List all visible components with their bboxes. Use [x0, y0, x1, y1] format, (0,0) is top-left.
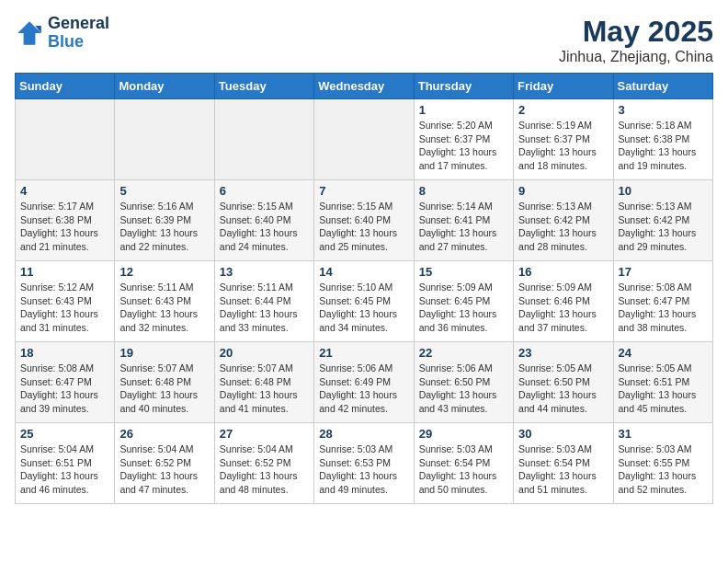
day-number: 23	[518, 346, 608, 360]
day-cell	[314, 99, 414, 180]
day-number: 13	[220, 265, 309, 279]
day-info: Sunrise: 5:06 AM Sunset: 6:50 PM Dayligh…	[419, 362, 508, 416]
weekday-header-tuesday: Tuesday	[214, 74, 313, 99]
day-number: 15	[419, 265, 508, 279]
day-cell: 22Sunrise: 5:06 AM Sunset: 6:50 PM Dayli…	[414, 342, 513, 423]
weekday-header-sunday: Sunday	[16, 74, 115, 99]
day-cell: 11Sunrise: 5:12 AM Sunset: 6:43 PM Dayli…	[16, 261, 115, 342]
week-row-3: 11Sunrise: 5:12 AM Sunset: 6:43 PM Dayli…	[16, 261, 713, 342]
day-cell: 15Sunrise: 5:09 AM Sunset: 6:45 PM Dayli…	[414, 261, 513, 342]
day-cell	[115, 99, 214, 180]
day-info: Sunrise: 5:11 AM Sunset: 6:44 PM Dayligh…	[220, 281, 309, 335]
day-cell: 19Sunrise: 5:07 AM Sunset: 6:48 PM Dayli…	[115, 342, 214, 423]
weekday-header-thursday: Thursday	[414, 74, 513, 99]
day-cell: 31Sunrise: 5:03 AM Sunset: 6:55 PM Dayli…	[613, 423, 712, 504]
day-number: 7	[319, 184, 408, 198]
day-number: 6	[220, 184, 309, 198]
day-cell: 21Sunrise: 5:06 AM Sunset: 6:49 PM Dayli…	[314, 342, 414, 423]
day-number: 27	[220, 427, 309, 441]
day-number: 10	[619, 184, 708, 198]
day-number: 25	[20, 427, 109, 441]
day-number: 24	[619, 346, 708, 360]
week-row-4: 18Sunrise: 5:08 AM Sunset: 6:47 PM Dayli…	[16, 342, 713, 423]
day-info: Sunrise: 5:08 AM Sunset: 6:47 PM Dayligh…	[20, 362, 109, 416]
day-info: Sunrise: 5:08 AM Sunset: 6:47 PM Dayligh…	[619, 281, 708, 335]
day-cell: 24Sunrise: 5:05 AM Sunset: 6:51 PM Dayli…	[613, 342, 712, 423]
day-number: 31	[619, 427, 708, 441]
day-number: 30	[518, 427, 608, 441]
day-cell: 6Sunrise: 5:15 AM Sunset: 6:40 PM Daylig…	[214, 180, 313, 261]
day-info: Sunrise: 5:06 AM Sunset: 6:49 PM Dayligh…	[319, 362, 408, 416]
day-cell: 4Sunrise: 5:17 AM Sunset: 6:38 PM Daylig…	[16, 180, 115, 261]
day-info: Sunrise: 5:04 AM Sunset: 6:51 PM Dayligh…	[20, 442, 109, 497]
week-row-2: 4Sunrise: 5:17 AM Sunset: 6:38 PM Daylig…	[16, 180, 713, 261]
day-info: Sunrise: 5:17 AM Sunset: 6:38 PM Dayligh…	[20, 200, 109, 254]
day-number: 22	[419, 346, 508, 360]
day-cell	[214, 99, 313, 180]
day-cell: 10Sunrise: 5:13 AM Sunset: 6:42 PM Dayli…	[613, 180, 712, 261]
day-number: 5	[119, 184, 209, 198]
logo-blue: Blue	[48, 32, 84, 51]
day-cell: 28Sunrise: 5:03 AM Sunset: 6:53 PM Dayli…	[314, 423, 414, 504]
day-cell: 9Sunrise: 5:13 AM Sunset: 6:42 PM Daylig…	[514, 180, 613, 261]
day-cell: 30Sunrise: 5:03 AM Sunset: 6:54 PM Dayli…	[514, 423, 613, 504]
day-cell: 3Sunrise: 5:18 AM Sunset: 6:38 PM Daylig…	[613, 99, 712, 180]
day-cell: 26Sunrise: 5:04 AM Sunset: 6:52 PM Dayli…	[115, 423, 214, 504]
day-cell: 16Sunrise: 5:09 AM Sunset: 6:46 PM Dayli…	[514, 261, 613, 342]
day-info: Sunrise: 5:18 AM Sunset: 6:38 PM Dayligh…	[619, 119, 708, 173]
day-number: 14	[319, 265, 408, 279]
weekday-header-row: SundayMondayTuesdayWednesdayThursdayFrid…	[16, 74, 713, 99]
location: Jinhua, Zhejiang, China	[559, 49, 713, 65]
day-cell: 18Sunrise: 5:08 AM Sunset: 6:47 PM Dayli…	[16, 342, 115, 423]
day-info: Sunrise: 5:12 AM Sunset: 6:43 PM Dayligh…	[20, 281, 109, 335]
day-cell	[16, 99, 115, 180]
weekday-header-monday: Monday	[115, 74, 214, 99]
day-info: Sunrise: 5:09 AM Sunset: 6:45 PM Dayligh…	[419, 281, 508, 335]
day-info: Sunrise: 5:14 AM Sunset: 6:41 PM Dayligh…	[419, 200, 508, 254]
day-info: Sunrise: 5:10 AM Sunset: 6:45 PM Dayligh…	[319, 281, 408, 335]
day-info: Sunrise: 5:15 AM Sunset: 6:40 PM Dayligh…	[220, 200, 309, 254]
logo-text: General Blue	[48, 15, 109, 52]
day-number: 19	[119, 346, 209, 360]
day-info: Sunrise: 5:15 AM Sunset: 6:40 PM Dayligh…	[319, 200, 408, 254]
weekday-header-friday: Friday	[514, 74, 613, 99]
day-number: 16	[518, 265, 608, 279]
day-cell: 29Sunrise: 5:03 AM Sunset: 6:54 PM Dayli…	[414, 423, 513, 504]
day-cell: 27Sunrise: 5:04 AM Sunset: 6:52 PM Dayli…	[214, 423, 313, 504]
day-info: Sunrise: 5:07 AM Sunset: 6:48 PM Dayligh…	[220, 362, 309, 416]
logo-general: General	[48, 14, 109, 32]
day-number: 9	[518, 184, 608, 198]
week-row-1: 1Sunrise: 5:20 AM Sunset: 6:37 PM Daylig…	[16, 99, 713, 180]
day-info: Sunrise: 5:07 AM Sunset: 6:48 PM Dayligh…	[119, 362, 209, 416]
day-cell: 12Sunrise: 5:11 AM Sunset: 6:43 PM Dayli…	[115, 261, 214, 342]
day-info: Sunrise: 5:19 AM Sunset: 6:37 PM Dayligh…	[518, 119, 608, 173]
day-number: 18	[20, 346, 109, 360]
day-number: 12	[119, 265, 209, 279]
svg-marker-0	[17, 21, 41, 45]
day-info: Sunrise: 5:04 AM Sunset: 6:52 PM Dayligh…	[119, 442, 209, 497]
day-number: 29	[419, 427, 508, 441]
day-info: Sunrise: 5:05 AM Sunset: 6:51 PM Dayligh…	[619, 362, 708, 416]
day-info: Sunrise: 5:03 AM Sunset: 6:54 PM Dayligh…	[518, 442, 608, 497]
day-info: Sunrise: 5:20 AM Sunset: 6:37 PM Dayligh…	[419, 119, 508, 173]
day-info: Sunrise: 5:09 AM Sunset: 6:46 PM Dayligh…	[518, 281, 608, 335]
day-number: 11	[20, 265, 109, 279]
day-info: Sunrise: 5:11 AM Sunset: 6:43 PM Dayligh…	[119, 281, 209, 335]
logo: General Blue	[15, 15, 109, 52]
week-row-5: 25Sunrise: 5:04 AM Sunset: 6:51 PM Dayli…	[16, 423, 713, 504]
day-number: 26	[119, 427, 209, 441]
day-cell: 5Sunrise: 5:16 AM Sunset: 6:39 PM Daylig…	[115, 180, 214, 261]
day-number: 3	[619, 103, 708, 117]
day-info: Sunrise: 5:05 AM Sunset: 6:50 PM Dayligh…	[518, 362, 608, 416]
title-block: May 2025 Jinhua, Zhejiang, China	[559, 15, 713, 65]
day-cell: 2Sunrise: 5:19 AM Sunset: 6:37 PM Daylig…	[514, 99, 613, 180]
day-number: 8	[419, 184, 508, 198]
day-number: 2	[518, 103, 608, 117]
month-year: May 2025	[559, 15, 713, 49]
day-number: 20	[220, 346, 309, 360]
day-cell: 17Sunrise: 5:08 AM Sunset: 6:47 PM Dayli…	[613, 261, 712, 342]
calendar: SundayMondayTuesdayWednesdayThursdayFrid…	[15, 73, 713, 504]
day-cell: 7Sunrise: 5:15 AM Sunset: 6:40 PM Daylig…	[314, 180, 414, 261]
day-cell: 13Sunrise: 5:11 AM Sunset: 6:44 PM Dayli…	[214, 261, 313, 342]
day-cell: 14Sunrise: 5:10 AM Sunset: 6:45 PM Dayli…	[314, 261, 414, 342]
